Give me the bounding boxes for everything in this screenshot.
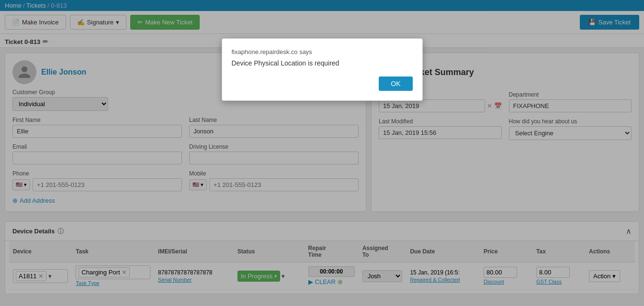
dialog-source: fixaphone.repairdesk.co says xyxy=(232,48,413,55)
dialog-ok-button[interactable]: OK xyxy=(379,76,412,91)
dialog-overlay: fixaphone.repairdesk.co says Device Phys… xyxy=(0,0,644,299)
dialog-footer: OK xyxy=(232,76,413,91)
dialog-message: Device Physical Location is required xyxy=(232,59,413,67)
dialog-box: fixaphone.repairdesk.co says Device Phys… xyxy=(222,38,423,101)
